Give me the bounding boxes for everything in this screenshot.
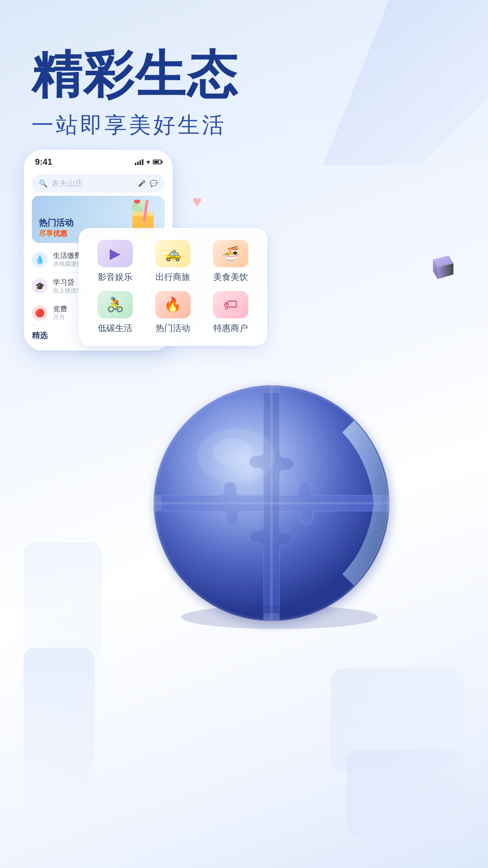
search-right-icons: 🎤 💬 — [138, 180, 158, 187]
banner-title: 热门活动 — [39, 217, 73, 229]
list-icon-3: 🔴 — [32, 305, 48, 321]
headline: 精彩生态 — [31, 47, 457, 103]
category-item-eco[interactable]: 🚴 低碳生活 — [90, 291, 140, 334]
bottom-deco-left — [24, 648, 94, 797]
subheadline: 一站即享美好生活 — [31, 110, 457, 140]
category-label-movie: 影音娱乐 — [98, 271, 132, 283]
category-card: ▶ 影音娱乐 🚕 出行商旅 🍜 美食美饮 🚴 低碳生活 🔥 — [79, 228, 267, 346]
voice-icon[interactable]: 🎤 — [138, 180, 146, 187]
list-icon-2: 🎓 — [32, 278, 48, 294]
search-icon: 🔍 — [39, 179, 48, 188]
category-grid: ▶ 影音娱乐 🚕 出行商旅 🍜 美食美饮 🚴 低碳生活 🔥 — [90, 240, 255, 334]
search-text: 农夫山庄 — [51, 178, 134, 189]
category-icon-travel: 🚕 — [155, 240, 191, 267]
category-item-food[interactable]: 🍜 美食美饮 — [205, 240, 255, 283]
category-icon-merchant: 🏷 — [213, 291, 248, 318]
puzzle-sphere — [142, 373, 401, 633]
category-label-eco: 低碳生活 — [98, 322, 132, 334]
category-icon-eco: 🚴 — [97, 291, 133, 318]
category-item-movie[interactable]: ▶ 影音娱乐 — [90, 240, 140, 283]
category-icon-hot: 🔥 — [155, 291, 191, 318]
list-icon-1: 💧 — [32, 252, 48, 267]
signal-icon — [135, 159, 143, 165]
category-item-travel[interactable]: 🚕 出行商旅 — [148, 240, 198, 283]
category-item-merchant[interactable]: 🏷 特惠商户 — [205, 291, 255, 334]
category-label-travel: 出行商旅 — [156, 271, 190, 283]
category-icon-food: 🍜 — [213, 240, 248, 267]
banner-subtitle: 尽享优惠 — [39, 229, 73, 238]
phone-search-bar[interactable]: 🔍 农夫山庄 🎤 💬 — [32, 174, 165, 193]
status-time: 9:41 — [35, 157, 52, 167]
svg-point-6 — [135, 200, 139, 202]
battery-icon — [153, 160, 161, 164]
svg-point-20 — [154, 385, 389, 621]
category-label-hot: 热门活动 — [156, 322, 190, 334]
message-icon[interactable]: 💬 — [150, 180, 158, 187]
heart-decoration: ♥ — [193, 193, 202, 210]
category-label-food: 美食美饮 — [213, 271, 248, 283]
banner-text: 热门活动 尽享优惠 — [39, 217, 73, 238]
category-item-hot[interactable]: 🔥 热门活动 — [148, 291, 198, 334]
bottom-deco-right — [347, 750, 464, 837]
phone-status-bar: 9:41 ▾ — [24, 150, 172, 171]
puzzle-sphere-svg — [142, 373, 401, 633]
svg-rect-3 — [132, 211, 154, 216]
category-icon-movie: ▶ — [97, 240, 133, 267]
puzzle-sphere-wrapper — [79, 346, 464, 660]
status-icons: ▾ — [135, 158, 161, 166]
cube-decoration — [425, 252, 457, 285]
svg-point-23 — [181, 605, 378, 629]
content-area: 精彩生态 一站即享美好生活 — [0, 0, 488, 140]
cube-svg — [425, 252, 457, 283]
wifi-icon: ▾ — [147, 158, 150, 166]
category-label-merchant: 特惠商户 — [213, 322, 248, 334]
